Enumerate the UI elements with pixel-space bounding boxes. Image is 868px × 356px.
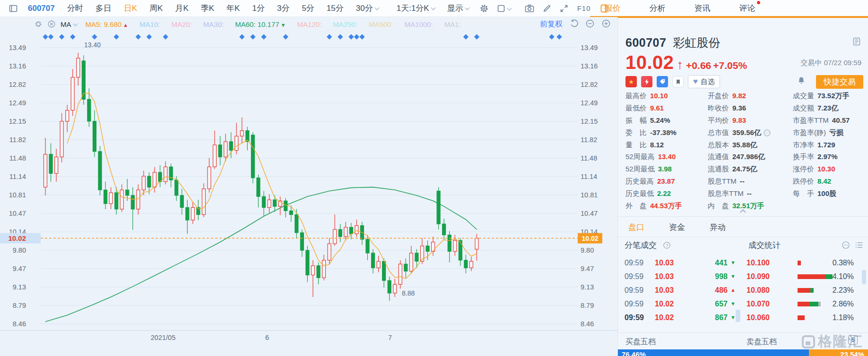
- period-item-分时[interactable]: 分时: [61, 3, 89, 14]
- period-item-5分[interactable]: 5分: [295, 3, 320, 14]
- flow-tab-异动[interactable]: 异动: [710, 222, 726, 233]
- undo-icon[interactable]: [569, 19, 579, 30]
- stat-label: 委 比: [625, 128, 647, 136]
- stat-最低价: 最低价9.61: [625, 104, 708, 113]
- tab-报价[interactable]: 报价: [605, 3, 621, 14]
- tab-资讯[interactable]: 资讯: [694, 3, 711, 14]
- ma-toggle-MA5[interactable]: MA5: 9.680▲: [86, 20, 129, 28]
- period-item-600707[interactable]: 600707: [22, 4, 61, 13]
- period-item-月K[interactable]: 月K: [169, 3, 194, 14]
- svg-text:12.49: 12.49: [9, 99, 26, 107]
- ma-toggle-MA500[interactable]: MA500:: [369, 20, 393, 28]
- ma-toggle-MA120[interactable]: MA120:: [297, 20, 321, 28]
- gelonghui-logo-icon: [802, 335, 815, 348]
- chart-style-dropdown[interactable]: [493, 4, 515, 13]
- tick-trade-list[interactable]: 09:5910.03441▼09:5910.03998▼09:5910.0348…: [623, 256, 741, 324]
- event-diamond-icon[interactable]: [327, 34, 332, 39]
- zoom-in-icon[interactable]: [601, 19, 611, 30]
- period-item-1分[interactable]: 1分: [246, 3, 270, 14]
- lightning-level-icon[interactable]: [641, 76, 652, 87]
- tab-评论[interactable]: 评论: [739, 3, 755, 14]
- svg-text:10.47: 10.47: [9, 210, 26, 217]
- event-markers[interactable]: [43, 34, 562, 39]
- volume-stats-list[interactable]: 10.1000.38%10.0904.10%10.0802.23%10.0702…: [746, 256, 865, 324]
- tab-分析[interactable]: 分析: [650, 3, 666, 14]
- fullscreen-expand-icon[interactable]: [556, 4, 573, 13]
- event-diamond-icon[interactable]: [239, 34, 244, 39]
- ellipsis-circle-icon[interactable]: [763, 129, 771, 137]
- event-diamond-icon[interactable]: [283, 34, 288, 39]
- add-watchlist-button[interactable]: ♥自选: [688, 75, 720, 88]
- event-diamond-icon[interactable]: [463, 34, 469, 39]
- ma-toggle-MA1[interactable]: MA1:: [444, 20, 461, 28]
- note-list-icon[interactable]: [852, 37, 861, 48]
- ma-toggle-MA250[interactable]: MA250:: [333, 20, 357, 28]
- period-item-15分[interactable]: 15分: [321, 3, 350, 14]
- ma-toggle-MA20[interactable]: MA20:: [171, 20, 191, 28]
- event-diamond-icon[interactable]: [163, 34, 168, 39]
- settings-gear-icon[interactable]: [475, 3, 493, 14]
- event-diamond-icon[interactable]: [549, 34, 554, 39]
- event-diamond-icon[interactable]: [250, 34, 255, 39]
- bookmark-icon[interactable]: [672, 76, 684, 87]
- stat-label: 开盘价: [708, 92, 729, 100]
- stat-label: 历史最高: [625, 177, 654, 185]
- flow-tab-盘口[interactable]: 盘口: [628, 222, 644, 233]
- ma-toggle-MA30[interactable]: MA30:: [203, 20, 224, 28]
- period-item-年K[interactable]: 年K: [220, 3, 246, 14]
- period-item-周K[interactable]: 周K: [143, 3, 169, 14]
- event-diamond-icon[interactable]: [136, 34, 141, 39]
- list-view-icon[interactable]: [855, 241, 863, 252]
- alert-bell-icon[interactable]: [797, 76, 806, 87]
- draw-pencil-icon[interactable]: [538, 4, 556, 13]
- forward-adjust-button[interactable]: 前复权: [540, 19, 563, 29]
- display-dropdown[interactable]: 显示: [441, 3, 475, 14]
- volume-bar: [798, 315, 805, 320]
- event-diamond-icon[interactable]: [59, 34, 64, 39]
- candlestick-chart[interactable]: 13.4913.4913.1613.1612.8212.8212.4912.49…: [0, 17, 617, 356]
- stat-value: 10.10: [650, 92, 668, 100]
- zoom-out-icon[interactable]: [585, 19, 595, 30]
- stat-value: -37.38%: [650, 128, 677, 136]
- event-diamond-icon[interactable]: [359, 34, 365, 39]
- quick-trade-button[interactable]: 快捷交易: [816, 75, 863, 89]
- stat-换手率: 换手率2.97%: [793, 153, 866, 161]
- period-item-多日[interactable]: 多日: [89, 3, 118, 14]
- trade-row: 09:5910.02867▼: [623, 311, 741, 324]
- event-diamond-icon[interactable]: [147, 34, 152, 39]
- ma-toggle-MA10[interactable]: MA10:: [139, 20, 160, 28]
- indicator-settings-gear-icon[interactable]: [34, 20, 43, 28]
- event-diamond-icon[interactable]: [354, 34, 359, 39]
- ma-toggle-MA1000[interactable]: MA1000:: [405, 20, 433, 28]
- collapse-stats-control[interactable]: [618, 208, 868, 216]
- event-diamond-icon[interactable]: [348, 34, 354, 39]
- event-diamond-icon[interactable]: [48, 34, 53, 39]
- event-diamond-icon[interactable]: [474, 34, 479, 39]
- event-diamond-icon[interactable]: [92, 34, 97, 39]
- period-item-3分[interactable]: 3分: [271, 3, 295, 14]
- event-diamond-icon[interactable]: [70, 34, 75, 39]
- indicator-close-icon[interactable]: [47, 20, 56, 28]
- event-diamond-icon[interactable]: [338, 34, 343, 39]
- event-diamond-icon[interactable]: [43, 34, 48, 39]
- period-item-30分[interactable]: 30分: [350, 3, 385, 14]
- period-item-季K[interactable]: 季K: [195, 3, 220, 14]
- stat-label: 52周最低: [625, 165, 655, 173]
- event-diamond-icon[interactable]: [556, 34, 562, 39]
- ma-dropdown[interactable]: MA: [61, 20, 77, 28]
- event-diamond-icon[interactable]: [261, 34, 266, 39]
- volume-bar: [798, 274, 833, 279]
- stat-percent: 1.18%: [833, 311, 854, 324]
- help-icon[interactable]: ?: [663, 241, 671, 249]
- event-diamond-icon[interactable]: [113, 34, 119, 39]
- compare-mode-dropdown[interactable]: 1天:1分K: [391, 3, 441, 14]
- ma-toggle-MA60[interactable]: MA60: 10.177▼: [235, 20, 286, 28]
- flow-tab-资金[interactable]: 资金: [669, 222, 685, 233]
- period-item-日K[interactable]: 日K: [118, 3, 143, 14]
- tag-icon[interactable]: [657, 76, 668, 87]
- window-layout-icon[interactable]: [5, 4, 22, 13]
- scrollbar-thumb[interactable]: [736, 310, 740, 322]
- more-options-icon[interactable]: [842, 241, 850, 252]
- screenshot-camera-icon[interactable]: [521, 3, 538, 14]
- scrollbar-thumb[interactable]: [862, 270, 866, 284]
